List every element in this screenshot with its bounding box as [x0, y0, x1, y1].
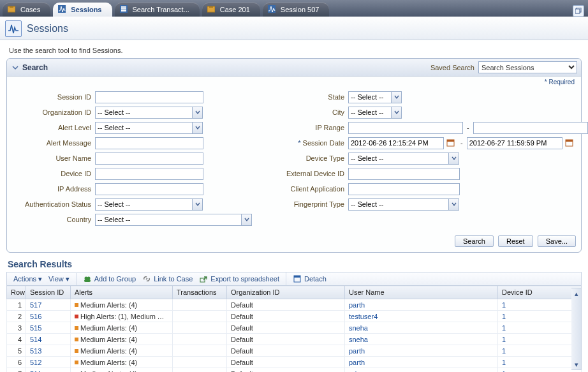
- ip-range-from-input[interactable]: [348, 122, 463, 134]
- tab-cases[interactable]: Cases: [3, 3, 50, 17]
- cell-transactions: [173, 368, 227, 373]
- tab-search-transact-[interactable]: Search Transact...: [115, 3, 200, 17]
- table-row[interactable]: 5513Medium Alerts: (4)Defaultparth1: [7, 345, 582, 357]
- cell-user[interactable]: parth: [345, 357, 498, 368]
- save-button[interactable]: Save...: [538, 235, 576, 247]
- cell-device[interactable]: 1: [498, 299, 582, 311]
- cell-session-id[interactable]: 513: [26, 345, 71, 357]
- cell-user[interactable]: parth: [345, 345, 498, 357]
- search-panel-header: Search Saved Search Search Sessions: [7, 59, 581, 77]
- chevron-down-icon[interactable]: [391, 91, 402, 103]
- scroll-up-icon[interactable]: ▴: [571, 288, 581, 299]
- column-session-id[interactable]: Session ID: [26, 286, 71, 299]
- org-id-select[interactable]: [95, 107, 203, 119]
- view-menu[interactable]: View ▾: [48, 275, 70, 283]
- column-user-name[interactable]: User Name: [345, 286, 498, 299]
- collapse-search-icon[interactable]: [11, 63, 20, 72]
- device-id-input[interactable]: [95, 168, 203, 180]
- state-select[interactable]: [348, 91, 402, 103]
- fingerprint-type-select[interactable]: [348, 198, 460, 211]
- cell-session-id[interactable]: 514: [26, 334, 71, 345]
- label-device-type: Device Type: [267, 154, 348, 162]
- chevron-down-icon[interactable]: [192, 107, 203, 119]
- country-select[interactable]: [95, 214, 253, 226]
- search-button[interactable]: Search: [455, 235, 494, 247]
- cell-session-id[interactable]: 515: [26, 322, 71, 334]
- session-date-from-input[interactable]: [348, 137, 444, 149]
- cell-session-id[interactable]: 511: [26, 368, 71, 373]
- results-scrollbar[interactable]: ▴ ▾: [571, 288, 582, 370]
- cell-org: Default: [227, 311, 345, 322]
- restore-window-icon[interactable]: [573, 5, 584, 17]
- add-to-group-button[interactable]: Add to Group: [83, 274, 136, 283]
- chevron-down-icon[interactable]: [241, 214, 252, 226]
- cell-alerts: Medium Alerts: (4): [71, 345, 173, 357]
- detach-button[interactable]: Detach: [293, 274, 327, 283]
- calendar-from-icon[interactable]: [445, 137, 457, 149]
- tab-sessions[interactable]: Sessions: [53, 3, 112, 17]
- cell-session-id[interactable]: 517: [26, 299, 71, 311]
- session-id-input[interactable]: [95, 91, 203, 103]
- cell-org: Default: [227, 299, 345, 311]
- table-row[interactable]: 2516High Alerts: (1), Medium Alerts:Defa…: [7, 311, 582, 322]
- alert-message-input[interactable]: [95, 137, 203, 149]
- cell-user[interactable]: sneha: [345, 334, 498, 345]
- column-transactions[interactable]: Transactions: [173, 286, 227, 299]
- cell-user[interactable]: parth: [345, 299, 498, 311]
- svg-rect-8: [209, 6, 213, 8]
- auth-status-select[interactable]: [95, 198, 203, 211]
- chevron-down-icon[interactable]: [448, 153, 459, 165]
- ext-device-id-input[interactable]: [348, 168, 460, 180]
- user-name-input[interactable]: [95, 153, 203, 165]
- chevron-down-icon[interactable]: [391, 107, 402, 119]
- reset-button[interactable]: Reset: [498, 235, 533, 247]
- table-row[interactable]: 7511Medium Alerts: (4)Defaultarjun1: [7, 368, 582, 373]
- cell-device[interactable]: 1: [498, 345, 582, 357]
- sessions-module-icon: [5, 20, 22, 37]
- cell-device[interactable]: 1: [498, 311, 582, 322]
- cell-session-id[interactable]: 516: [26, 311, 71, 322]
- ip-range-to-input[interactable]: [473, 122, 588, 134]
- scroll-down-icon[interactable]: ▾: [571, 359, 581, 369]
- column-device-id[interactable]: Device ID: [498, 286, 582, 299]
- label-state: State: [267, 93, 348, 101]
- client-app-input[interactable]: [348, 183, 460, 195]
- label-ip-address: IP Address: [13, 185, 95, 193]
- cell-session-id[interactable]: 512: [26, 357, 71, 368]
- column-row[interactable]: Row: [7, 286, 26, 299]
- ip-address-input[interactable]: [95, 183, 203, 195]
- link-to-case-button[interactable]: Link to Case: [142, 274, 193, 283]
- alert-level-select[interactable]: [95, 122, 203, 134]
- tab-case-201[interactable]: Case 201: [202, 3, 260, 17]
- cell-device[interactable]: 1: [498, 357, 582, 368]
- session-date-to-input[interactable]: [467, 137, 562, 149]
- calendar-to-icon[interactable]: [564, 137, 575, 149]
- column-alerts[interactable]: Alerts: [71, 286, 173, 299]
- cell-device[interactable]: 1: [498, 368, 582, 373]
- tab-session-507[interactable]: Session 507: [263, 3, 330, 17]
- saved-search-select[interactable]: Search Sessions: [478, 61, 577, 73]
- cell-user[interactable]: arjun: [345, 368, 498, 373]
- column-organization-id[interactable]: Organization ID: [227, 286, 345, 299]
- cell-device[interactable]: 1: [498, 322, 582, 334]
- export-icon: [199, 274, 208, 283]
- label-device-id: Device ID: [13, 170, 95, 177]
- chevron-down-icon[interactable]: [192, 122, 203, 134]
- cell-user[interactable]: sneha: [345, 322, 498, 334]
- table-row[interactable]: 4514Medium Alerts: (4)Defaultsneha1: [7, 334, 582, 345]
- cell-user[interactable]: testuser4: [345, 311, 498, 322]
- cell-alerts: Medium Alerts: (4): [71, 357, 173, 368]
- label-alert-level: Alert Level: [13, 124, 95, 131]
- table-row[interactable]: 6512Medium Alerts: (4)Defaultparth1: [7, 357, 582, 368]
- label-country: Country: [13, 216, 95, 223]
- svg-rect-4: [121, 6, 126, 8]
- device-type-select[interactable]: [348, 153, 460, 165]
- city-select[interactable]: [348, 107, 402, 119]
- chevron-down-icon[interactable]: [192, 198, 203, 211]
- actions-menu[interactable]: Actions ▾: [13, 275, 42, 283]
- table-row[interactable]: 1517Medium Alerts: (4)Defaultparth1: [7, 299, 582, 311]
- table-row[interactable]: 3515Medium Alerts: (4)Defaultsneha1: [7, 322, 582, 334]
- export-button[interactable]: Export to spreadsheet: [199, 274, 279, 283]
- chevron-down-icon[interactable]: [448, 198, 459, 211]
- cell-device[interactable]: 1: [498, 334, 582, 345]
